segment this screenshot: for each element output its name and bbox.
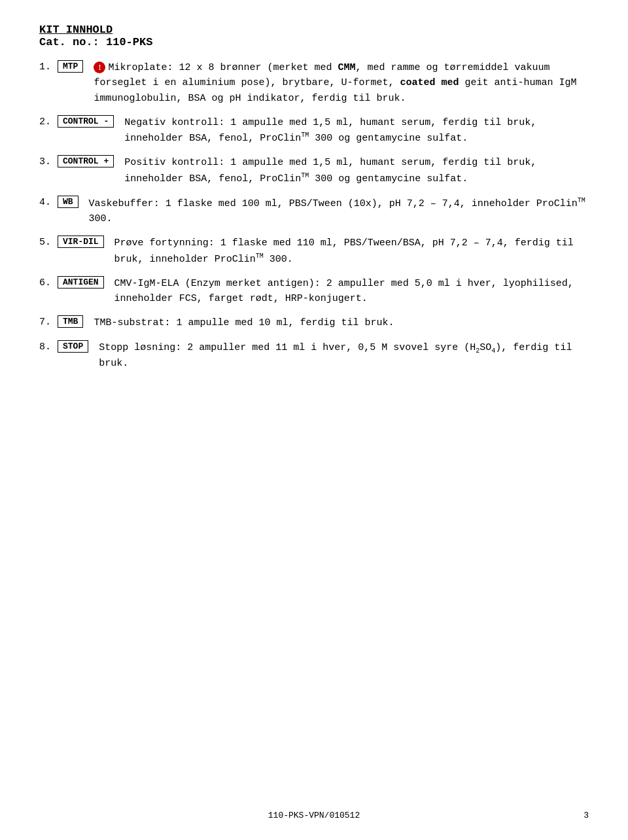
footer-doc-number: 110-PKS-VPN/010512 bbox=[268, 811, 360, 820]
section-8-badge-col: STOP bbox=[58, 340, 94, 353]
control-neg-badge: CONTROL - bbox=[58, 115, 114, 128]
wb-badge: WB bbox=[58, 196, 78, 208]
vir-dil-text: Prøve fortynning: 1 flaske med 110 ml, P… bbox=[114, 237, 574, 264]
stop-badge: STOP bbox=[58, 340, 88, 353]
section-4-badge-col: WB bbox=[58, 196, 84, 208]
h2-sub: 2 bbox=[476, 347, 480, 355]
section-2-badge-col: CONTROL - bbox=[58, 115, 119, 128]
antigen-badge: ANTIGEN bbox=[58, 276, 104, 289]
stop-text: Stopp løsning: 2 ampuller med 11 ml i hv… bbox=[99, 342, 572, 370]
proclin-sup-4: TM bbox=[578, 197, 585, 204]
section-antigen: 6. ANTIGEN CMV-IgM-ELA (Enzym merket ant… bbox=[39, 276, 589, 307]
section-3-number: 3. bbox=[39, 155, 58, 167]
section-5-content: Prøve fortynning: 1 flaske med 110 ml, P… bbox=[114, 236, 589, 267]
section-8-number: 8. bbox=[39, 340, 58, 353]
cat-number: Cat. no.: 110-PKS bbox=[39, 36, 589, 48]
alert-icon: ! bbox=[94, 61, 105, 73]
control-neg-text: Negativ kontroll: 1 ampulle med 1,5 ml, … bbox=[124, 117, 536, 144]
tmb-badge: TMB bbox=[58, 315, 83, 328]
control-pos-text: Positiv kontroll: 1 ampulle med 1,5 ml, … bbox=[124, 157, 536, 184]
coated-text: coated med bbox=[400, 77, 459, 88]
section-tmb: 7. TMB TMB-substrat: 1 ampulle med 10 ml… bbox=[39, 315, 589, 330]
proclin-sup-3: TM bbox=[301, 172, 309, 179]
section-6-badge-col: ANTIGEN bbox=[58, 276, 109, 289]
section-7-badge-col: TMB bbox=[58, 315, 88, 328]
section-5-badge-col: VIR-DIL bbox=[58, 236, 109, 248]
footer: 110-PKS-VPN/010512 bbox=[0, 811, 628, 820]
section-stop: 8. STOP Stopp løsning: 2 ampuller med 11… bbox=[39, 340, 589, 372]
section-1-badge-col: MTP bbox=[58, 60, 88, 73]
section-7-number: 7. bbox=[39, 315, 58, 328]
section-control-neg: 2. CONTROL - Negativ kontroll: 1 ampulle… bbox=[39, 115, 589, 147]
section-3-badge-col: CONTROL + bbox=[58, 155, 119, 167]
section-4-content: Vaskebuffer: 1 flaske med 100 ml, PBS/Tw… bbox=[89, 196, 589, 227]
section-8-content: Stopp løsning: 2 ampuller med 11 ml i hv… bbox=[99, 340, 589, 372]
section-5-number: 5. bbox=[39, 236, 58, 248]
section-4-number: 4. bbox=[39, 196, 58, 208]
section-6-number: 6. bbox=[39, 276, 58, 289]
page-title: KIT INNHOLD bbox=[39, 24, 589, 36]
section-wb: 4. WB Vaskebuffer: 1 flaske med 100 ml, … bbox=[39, 196, 589, 227]
so4-sub: 4 bbox=[491, 347, 495, 355]
mtp-badge: MTP bbox=[58, 60, 83, 73]
control-pos-badge: CONTROL + bbox=[58, 155, 114, 167]
cmm-bold: CMM bbox=[338, 62, 355, 73]
vir-dil-badge: VIR-DIL bbox=[58, 236, 104, 248]
proclin-sup-5: TM bbox=[256, 253, 264, 260]
antigen-text: CMV-IgM-ELA (Enzym merket antigen): 2 am… bbox=[114, 278, 574, 304]
section-6-content: CMV-IgM-ELA (Enzym merket antigen): 2 am… bbox=[114, 276, 589, 307]
section-2-content: Negativ kontroll: 1 ampulle med 1,5 ml, … bbox=[124, 115, 589, 147]
tmb-text: TMB-substrat: 1 ampulle med 10 ml, ferdi… bbox=[94, 317, 394, 328]
proclin-sup-2: TM bbox=[301, 131, 309, 139]
section-1-content: !Mikroplate: 12 x 8 brønner (merket med … bbox=[94, 60, 589, 106]
page-header: KIT INNHOLD Cat. no.: 110-PKS bbox=[39, 24, 589, 48]
wb-text: Vaskebuffer: 1 flaske med 100 ml, PBS/Tw… bbox=[89, 198, 585, 224]
section-7-content: TMB-substrat: 1 ampulle med 10 ml, ferdi… bbox=[94, 315, 589, 330]
section-2-number: 2. bbox=[39, 115, 58, 128]
section-control-pos: 3. CONTROL + Positiv kontroll: 1 ampulle… bbox=[39, 155, 589, 186]
section-vir-dil: 5. VIR-DIL Prøve fortynning: 1 flaske me… bbox=[39, 236, 589, 267]
section-1-number: 1. bbox=[39, 60, 58, 73]
page-number: 3 bbox=[584, 811, 589, 820]
section-mtp: 1. MTP !Mikroplate: 12 x 8 brønner (merk… bbox=[39, 60, 589, 106]
section-3-content: Positiv kontroll: 1 ampulle med 1,5 ml, … bbox=[124, 155, 589, 186]
